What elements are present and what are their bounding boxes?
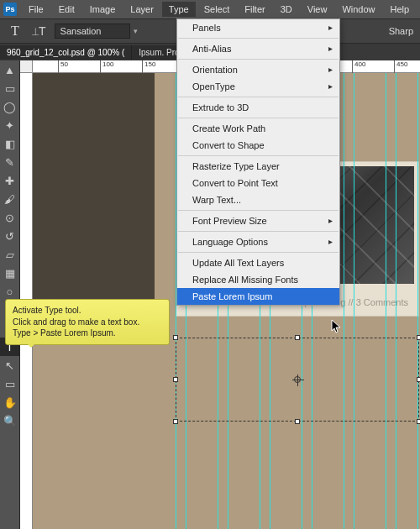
menu-separator	[178, 210, 339, 211]
tool-panel: ▲▭◯✦◧✎✚🖌⊙↺▱▦○◐✒T↖▭✋🔍	[0, 60, 20, 529]
menu-item-language-options[interactable]: Language Options	[177, 233, 339, 250]
marquee-tool[interactable]: ▭	[0, 79, 19, 97]
guide-line[interactable]	[354, 73, 354, 529]
instruction-tooltip: Activate Type tool. Click and drag to ma…	[5, 299, 170, 345]
shape-tool[interactable]: ▭	[0, 374, 19, 393]
menu-separator	[178, 118, 339, 118]
menu-item-font-preview-size[interactable]: Font Preview Size	[177, 212, 339, 229]
type-bounding-box[interactable]	[176, 338, 419, 422]
menu-separator	[178, 59, 339, 60]
ruler-tick: 400	[352, 60, 365, 73]
menu-window[interactable]: Window	[335, 2, 381, 17]
resize-handle[interactable]	[173, 335, 178, 340]
menu-edit[interactable]: Edit	[52, 2, 81, 17]
font-family-field[interactable]	[55, 24, 130, 39]
menu-item-update-all-text-layers[interactable]: Update All Text Layers	[177, 254, 339, 271]
resize-handle[interactable]	[173, 377, 178, 382]
hand-tool[interactable]: ✋	[0, 393, 19, 411]
menu-item-anti-alias[interactable]: Anti-Alias	[177, 40, 339, 57]
tooltip-line: Type > Paste Lorem Ipsum.	[13, 327, 162, 339]
resize-handle[interactable]	[417, 335, 420, 340]
resize-handle[interactable]	[173, 419, 178, 424]
zoom-tool[interactable]: 🔍	[0, 411, 19, 430]
ruler-tick: 150	[142, 60, 155, 73]
sidebar-panel	[33, 73, 155, 317]
menubar: Ps FileEditImageLayerTypeSelectFilter3DV…	[0, 0, 420, 18]
menu-filter[interactable]: Filter	[238, 2, 271, 17]
healing-tool[interactable]: ✚	[0, 171, 19, 190]
chevron-down-icon[interactable]: ▾	[134, 27, 138, 35]
brush-tool[interactable]: 🖌	[0, 190, 19, 208]
resize-handle[interactable]	[295, 335, 300, 340]
tooltip-line: Click and drag to make a text box.	[13, 317, 162, 328]
path-tool[interactable]: ↖	[0, 356, 19, 374]
menu-item-paste-lorem-ipsum[interactable]: Paste Lorem Ipsum	[177, 288, 339, 305]
menu-item-convert-to-shape[interactable]: Convert to Shape	[177, 137, 339, 154]
menu-item-rasterize-type-layer[interactable]: Rasterize Type Layer	[177, 158, 339, 175]
menu-view[interactable]: View	[301, 2, 334, 17]
menu-type[interactable]: Type	[162, 2, 196, 17]
menu-file[interactable]: File	[22, 2, 50, 17]
guide-line[interactable]	[344, 73, 344, 529]
ruler-tick: 450	[394, 60, 407, 73]
menu-select[interactable]: Select	[197, 2, 237, 17]
resize-handle[interactable]	[295, 419, 300, 424]
document-tab[interactable]: 960_grid_12_col.psd @ 100% (	[0, 45, 132, 60]
ruler-tick: 50	[58, 60, 68, 73]
menu-item-panels[interactable]: Panels	[177, 19, 339, 36]
type-menu-dropdown: PanelsAnti-AliasOrientationOpenTypeExtru…	[176, 18, 340, 306]
menu-item-convert-to-point-text[interactable]: Convert to Point Text	[177, 175, 339, 191]
menu-item-orientation[interactable]: Orientation	[177, 61, 339, 78]
center-point-icon[interactable]	[294, 376, 301, 383]
type-tool-icon[interactable]: T	[7, 24, 24, 39]
mouse-cursor-icon	[331, 319, 343, 338]
ruler-tick: 100	[100, 60, 113, 73]
resize-handle[interactable]	[417, 377, 420, 382]
resize-handle[interactable]	[417, 419, 420, 424]
menu-3d[interactable]: 3D	[274, 2, 299, 17]
tooltip-line: Activate Type tool.	[13, 305, 162, 317]
menu-item-extrude-to-3d[interactable]: Extrude to 3D	[177, 99, 339, 116]
move-tool[interactable]: ▲	[0, 60, 19, 79]
guide-line[interactable]	[386, 73, 386, 529]
blur-tool[interactable]: ○	[0, 282, 19, 301]
orientation-icon[interactable]: ⟂T	[32, 24, 46, 38]
eraser-tool[interactable]: ▱	[0, 245, 19, 264]
stamp-tool[interactable]: ⊙	[0, 208, 19, 227]
crop-tool[interactable]: ◧	[0, 134, 19, 153]
menu-image[interactable]: Image	[83, 2, 123, 17]
menu-item-replace-all-missing-fonts[interactable]: Replace All Missing Fonts	[177, 271, 339, 288]
menu-item-warp-text[interactable]: Warp Text...	[177, 191, 339, 208]
app-icon[interactable]: Ps	[3, 3, 17, 16]
menu-separator	[178, 97, 339, 97]
gradient-tool[interactable]: ▦	[0, 264, 19, 282]
guide-line[interactable]	[396, 73, 396, 529]
antialias-mode[interactable]: Sharp	[389, 26, 413, 36]
menu-help[interactable]: Help	[384, 2, 417, 17]
menu-item-opentype[interactable]: OpenType	[177, 78, 339, 95]
wand-tool[interactable]: ✦	[0, 116, 19, 134]
menu-separator	[178, 231, 339, 232]
menu-layer[interactable]: Layer	[123, 2, 160, 17]
menu-item-create-work-path[interactable]: Create Work Path	[177, 120, 339, 137]
history-brush-tool[interactable]: ↺	[0, 227, 19, 245]
menu-separator	[178, 38, 339, 39]
menu-separator	[178, 155, 339, 156]
ruler-corner	[20, 60, 33, 73]
guide-line[interactable]	[417, 73, 418, 529]
eyedropper-tool[interactable]: ✎	[0, 153, 19, 171]
menu-separator	[178, 252, 339, 253]
lasso-tool[interactable]: ◯	[0, 97, 19, 116]
